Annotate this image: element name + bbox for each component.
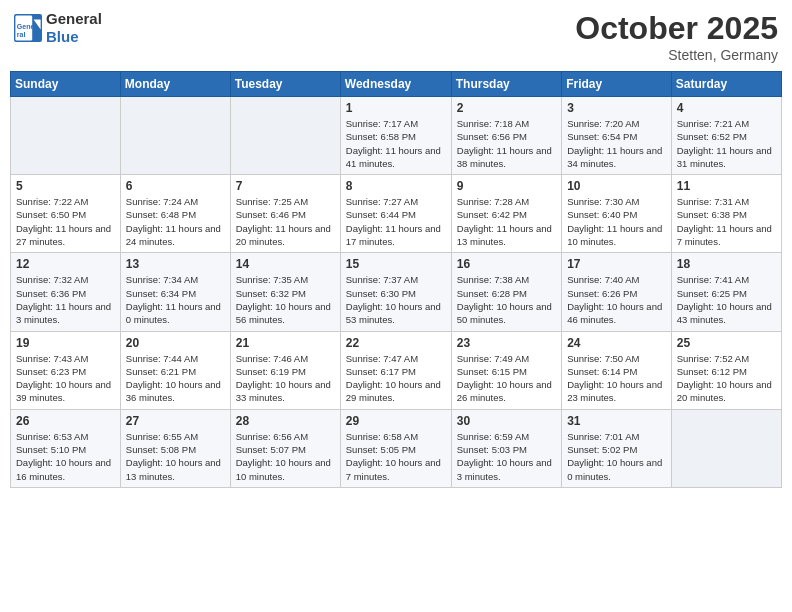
title-block: October 2025 Stetten, Germany [575,10,778,63]
calendar-table: SundayMondayTuesdayWednesdayThursdayFrid… [10,71,782,488]
day-number: 30 [457,414,556,428]
logo-line1: General [46,10,102,28]
day-info: Sunrise: 7:46 AMSunset: 6:19 PMDaylight:… [236,352,335,405]
page-header: Gene ral General Blue October 2025 Stett… [10,10,782,63]
day-info: Sunrise: 7:17 AMSunset: 6:58 PMDaylight:… [346,117,446,170]
calendar-cell: 25Sunrise: 7:52 AMSunset: 6:12 PMDayligh… [671,331,781,409]
day-info: Sunrise: 6:59 AMSunset: 5:03 PMDaylight:… [457,430,556,483]
calendar-week-row: 1Sunrise: 7:17 AMSunset: 6:58 PMDaylight… [11,97,782,175]
day-info: Sunrise: 7:43 AMSunset: 6:23 PMDaylight:… [16,352,115,405]
day-number: 29 [346,414,446,428]
calendar-cell [120,97,230,175]
day-info: Sunrise: 7:27 AMSunset: 6:44 PMDaylight:… [346,195,446,248]
day-number: 15 [346,257,446,271]
day-number: 9 [457,179,556,193]
day-info: Sunrise: 6:55 AMSunset: 5:08 PMDaylight:… [126,430,225,483]
day-number: 8 [346,179,446,193]
day-number: 11 [677,179,776,193]
calendar-cell: 4Sunrise: 7:21 AMSunset: 6:52 PMDaylight… [671,97,781,175]
day-info: Sunrise: 7:44 AMSunset: 6:21 PMDaylight:… [126,352,225,405]
day-info: Sunrise: 7:31 AMSunset: 6:38 PMDaylight:… [677,195,776,248]
day-number: 31 [567,414,666,428]
calendar-cell: 17Sunrise: 7:40 AMSunset: 6:26 PMDayligh… [562,253,672,331]
day-info: Sunrise: 7:28 AMSunset: 6:42 PMDaylight:… [457,195,556,248]
day-info: Sunrise: 6:58 AMSunset: 5:05 PMDaylight:… [346,430,446,483]
day-info: Sunrise: 7:49 AMSunset: 6:15 PMDaylight:… [457,352,556,405]
calendar-cell: 6Sunrise: 7:24 AMSunset: 6:48 PMDaylight… [120,175,230,253]
day-info: Sunrise: 7:21 AMSunset: 6:52 PMDaylight:… [677,117,776,170]
logo-line2: Blue [46,28,102,46]
calendar-cell: 1Sunrise: 7:17 AMSunset: 6:58 PMDaylight… [340,97,451,175]
calendar-week-row: 19Sunrise: 7:43 AMSunset: 6:23 PMDayligh… [11,331,782,409]
day-info: Sunrise: 7:50 AMSunset: 6:14 PMDaylight:… [567,352,666,405]
day-number: 25 [677,336,776,350]
day-info: Sunrise: 7:52 AMSunset: 6:12 PMDaylight:… [677,352,776,405]
day-number: 1 [346,101,446,115]
svg-text:Gene: Gene [17,23,35,30]
day-number: 23 [457,336,556,350]
day-number: 26 [16,414,115,428]
day-number: 7 [236,179,335,193]
calendar-cell: 14Sunrise: 7:35 AMSunset: 6:32 PMDayligh… [230,253,340,331]
calendar-cell: 23Sunrise: 7:49 AMSunset: 6:15 PMDayligh… [451,331,561,409]
calendar-cell: 29Sunrise: 6:58 AMSunset: 5:05 PMDayligh… [340,409,451,487]
day-number: 3 [567,101,666,115]
calendar-cell: 21Sunrise: 7:46 AMSunset: 6:19 PMDayligh… [230,331,340,409]
calendar-cell: 18Sunrise: 7:41 AMSunset: 6:25 PMDayligh… [671,253,781,331]
calendar-week-row: 26Sunrise: 6:53 AMSunset: 5:10 PMDayligh… [11,409,782,487]
calendar-cell [11,97,121,175]
day-number: 18 [677,257,776,271]
day-info: Sunrise: 7:37 AMSunset: 6:30 PMDaylight:… [346,273,446,326]
calendar-cell: 12Sunrise: 7:32 AMSunset: 6:36 PMDayligh… [11,253,121,331]
logo: Gene ral General Blue [14,10,102,46]
calendar-cell: 19Sunrise: 7:43 AMSunset: 6:23 PMDayligh… [11,331,121,409]
day-number: 12 [16,257,115,271]
day-info: Sunrise: 7:32 AMSunset: 6:36 PMDaylight:… [16,273,115,326]
weekday-header: Sunday [11,72,121,97]
weekday-header: Friday [562,72,672,97]
day-info: Sunrise: 7:18 AMSunset: 6:56 PMDaylight:… [457,117,556,170]
weekday-header: Tuesday [230,72,340,97]
day-info: Sunrise: 7:25 AMSunset: 6:46 PMDaylight:… [236,195,335,248]
calendar-cell: 13Sunrise: 7:34 AMSunset: 6:34 PMDayligh… [120,253,230,331]
day-number: 28 [236,414,335,428]
day-info: Sunrise: 6:56 AMSunset: 5:07 PMDaylight:… [236,430,335,483]
weekday-header: Wednesday [340,72,451,97]
day-number: 13 [126,257,225,271]
day-info: Sunrise: 7:24 AMSunset: 6:48 PMDaylight:… [126,195,225,248]
calendar-week-row: 5Sunrise: 7:22 AMSunset: 6:50 PMDaylight… [11,175,782,253]
day-number: 10 [567,179,666,193]
calendar-cell: 10Sunrise: 7:30 AMSunset: 6:40 PMDayligh… [562,175,672,253]
day-number: 27 [126,414,225,428]
day-info: Sunrise: 7:20 AMSunset: 6:54 PMDaylight:… [567,117,666,170]
calendar-cell: 15Sunrise: 7:37 AMSunset: 6:30 PMDayligh… [340,253,451,331]
day-number: 4 [677,101,776,115]
day-number: 19 [16,336,115,350]
calendar-cell: 31Sunrise: 7:01 AMSunset: 5:02 PMDayligh… [562,409,672,487]
day-number: 16 [457,257,556,271]
calendar-cell: 5Sunrise: 7:22 AMSunset: 6:50 PMDaylight… [11,175,121,253]
day-info: Sunrise: 7:35 AMSunset: 6:32 PMDaylight:… [236,273,335,326]
calendar-week-row: 12Sunrise: 7:32 AMSunset: 6:36 PMDayligh… [11,253,782,331]
day-info: Sunrise: 7:34 AMSunset: 6:34 PMDaylight:… [126,273,225,326]
calendar-cell: 22Sunrise: 7:47 AMSunset: 6:17 PMDayligh… [340,331,451,409]
calendar-cell: 8Sunrise: 7:27 AMSunset: 6:44 PMDaylight… [340,175,451,253]
calendar-cell: 3Sunrise: 7:20 AMSunset: 6:54 PMDaylight… [562,97,672,175]
day-info: Sunrise: 7:30 AMSunset: 6:40 PMDaylight:… [567,195,666,248]
calendar-cell: 26Sunrise: 6:53 AMSunset: 5:10 PMDayligh… [11,409,121,487]
calendar-cell: 20Sunrise: 7:44 AMSunset: 6:21 PMDayligh… [120,331,230,409]
calendar-header-row: SundayMondayTuesdayWednesdayThursdayFrid… [11,72,782,97]
day-info: Sunrise: 7:38 AMSunset: 6:28 PMDaylight:… [457,273,556,326]
day-info: Sunrise: 7:22 AMSunset: 6:50 PMDaylight:… [16,195,115,248]
calendar-cell: 28Sunrise: 6:56 AMSunset: 5:07 PMDayligh… [230,409,340,487]
calendar-cell [671,409,781,487]
day-info: Sunrise: 6:53 AMSunset: 5:10 PMDaylight:… [16,430,115,483]
day-number: 24 [567,336,666,350]
weekday-header: Saturday [671,72,781,97]
day-number: 17 [567,257,666,271]
calendar-cell: 27Sunrise: 6:55 AMSunset: 5:08 PMDayligh… [120,409,230,487]
weekday-header: Monday [120,72,230,97]
day-number: 6 [126,179,225,193]
calendar-cell: 7Sunrise: 7:25 AMSunset: 6:46 PMDaylight… [230,175,340,253]
weekday-header: Thursday [451,72,561,97]
